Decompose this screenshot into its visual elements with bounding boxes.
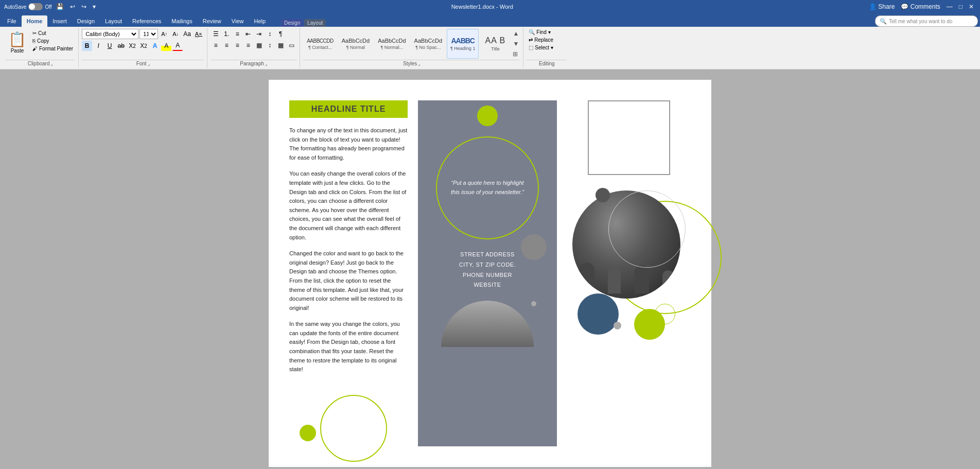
find-button[interactable]: 🔍 Find ▾ — [527, 29, 552, 36]
font-shrink-button[interactable]: A↓ — [170, 29, 181, 39]
multilevel-button[interactable]: ≡ — [232, 29, 242, 39]
clipboard-label: Clipboard ⌟ — [5, 60, 75, 67]
tab-file[interactable]: File — [2, 15, 22, 27]
font-row-2: B I U ab X2 X2 A A A — [82, 41, 183, 51]
column-button[interactable]: ▦ — [254, 40, 264, 50]
copy-button[interactable]: ⎘ Copy — [30, 38, 75, 44]
bullets-button[interactable]: ☰ — [211, 29, 221, 39]
style-item-contacts[interactable]: AABBCCDD ¶ Contact... — [303, 29, 337, 59]
align-left-button[interactable]: ≡ — [211, 40, 221, 50]
tell-me-search[interactable]: 🔍 Tell me what you want to do — [875, 15, 978, 27]
body-paragraph-1[interactable]: To change any of the text in this docume… — [289, 126, 408, 162]
font-color-button[interactable]: A — [172, 41, 183, 51]
justify-button[interactable]: ≡ — [243, 40, 253, 50]
center-image-bg — [441, 301, 534, 347]
address-line-3: PHONE NUMBER — [426, 270, 549, 281]
text-highlight-button[interactable]: A — [161, 41, 171, 51]
change-case-button[interactable]: Aa — [182, 29, 192, 39]
sort-button[interactable]: ↕ — [265, 29, 275, 39]
align-right-button[interactable]: ≡ — [232, 40, 242, 50]
style-item-title[interactable]: AA B Title — [480, 29, 511, 59]
subscript-button[interactable]: X2 — [127, 41, 137, 51]
quote-circle: “Put a quote here to highlight this issu… — [436, 136, 539, 239]
tab-help[interactable]: Help — [249, 15, 271, 27]
body-paragraph-3[interactable]: Changed the color and want to go back to… — [289, 249, 408, 312]
styles-gallery: AABBCCDD ¶ Contact... AaBbCcDd ¶ Normal … — [303, 29, 520, 59]
customize-qa-button[interactable]: ▾ — [91, 2, 98, 11]
clear-formatting-button[interactable]: A✕ — [194, 29, 204, 39]
style-item-no-space[interactable]: AaBbCcDd ¶ No Spac... — [411, 29, 446, 59]
app-top-bar: AutoSave Off 💾 ↩ ↪ ▾ Newsletter1.docx - … — [0, 0, 980, 13]
font-controls: Calibri (Body) 11 A↑ A↓ Aa A✕ B I U ab X… — [82, 29, 204, 59]
undo-button[interactable]: ↩ — [68, 2, 77, 11]
font-grow-button[interactable]: A↑ — [159, 29, 169, 39]
border-button[interactable]: ▭ — [286, 40, 296, 50]
window-title: Newsletter1.docx - Word — [100, 4, 865, 10]
headline-title[interactable]: HEADLINE TITLE — [289, 100, 408, 118]
font-row-1: Calibri (Body) 11 A↑ A↓ Aa A✕ — [82, 29, 204, 39]
redo-button[interactable]: ↪ — [79, 2, 89, 11]
strikethrough-button[interactable]: ab — [116, 41, 126, 51]
font-group: Calibri (Body) 11 A↑ A↓ Aa A✕ B I U ab X… — [79, 28, 207, 68]
shading-button[interactable]: ▦ — [275, 40, 286, 50]
increase-indent-button[interactable]: ⇥ — [254, 29, 264, 39]
comments-button[interactable]: 💬 Comments — [899, 2, 942, 11]
cut-button[interactable]: ✂ Cut — [30, 30, 75, 37]
text-effects-button[interactable]: A — [150, 41, 160, 51]
close-button[interactable]: ✕ — [967, 2, 976, 11]
align-center-button[interactable]: ≡ — [221, 40, 232, 50]
underline-button[interactable]: U — [104, 41, 115, 51]
comment-icon: 💬 — [901, 3, 908, 10]
paste-button[interactable]: 📋 Paste — [5, 29, 29, 56]
show-hide-button[interactable]: ¶ — [275, 29, 286, 39]
save-button[interactable]: 💾 — [54, 2, 66, 11]
maximize-button[interactable]: □ — [957, 2, 965, 11]
decrease-indent-button[interactable]: ⇤ — [243, 29, 253, 39]
autosave-toggle[interactable] — [28, 3, 43, 10]
font-expand-icon[interactable]: ⌟ — [148, 61, 150, 66]
body-paragraph-4[interactable]: In the same way you change the colors, y… — [289, 320, 408, 374]
minimize-button[interactable]: — — [944, 2, 955, 11]
style-label-normal: ¶ Normal — [346, 45, 365, 50]
tab-references[interactable]: References — [127, 15, 166, 27]
tab-home[interactable]: Home — [22, 15, 48, 27]
style-item-no-spacing[interactable]: AaBbCcDd ¶ Normal... — [374, 29, 409, 59]
numbering-button[interactable]: 1. — [221, 29, 232, 39]
body-paragraph-2[interactable]: You can easily change the overall colors… — [289, 169, 408, 242]
bold-button[interactable]: B — [82, 41, 92, 51]
format-painter-button[interactable]: 🖌 Format Painter — [30, 45, 75, 52]
tab-context-layout[interactable]: Layout — [304, 19, 326, 27]
font-name-select[interactable]: Calibri (Body) — [82, 29, 138, 39]
paragraph-label: Paragraph ⌟ — [211, 60, 296, 67]
style-item-heading1[interactable]: AABBC ¶ Heading 1 — [447, 29, 479, 59]
line-spacing-button[interactable]: ↕ — [265, 40, 275, 50]
italic-button[interactable]: I — [93, 41, 103, 51]
paragraph-expand-icon[interactable]: ⌟ — [265, 61, 267, 66]
tab-context-design[interactable]: Design — [281, 19, 303, 27]
tab-mailings[interactable]: Mailings — [166, 15, 197, 27]
tab-insert[interactable]: Insert — [47, 15, 72, 27]
tab-design[interactable]: Design — [72, 15, 100, 27]
document-canvas: HEADLINE TITLE To change any of the text… — [269, 80, 711, 467]
superscript-button[interactable]: X2 — [138, 41, 149, 51]
font-size-select[interactable]: 11 — [139, 29, 158, 39]
share-button[interactable]: 👤 Share — [867, 2, 897, 11]
green-small-circle — [300, 425, 316, 441]
style-label-heading1: ¶ Heading 1 — [450, 46, 475, 51]
styles-expand[interactable]: ⊞ — [512, 49, 520, 59]
quote-text[interactable]: “Put a quote here to highlight this issu… — [447, 179, 528, 197]
paragraph-controls: ☰ 1. ≡ ⇤ ⇥ ↕ ¶ ≡ ≡ ≡ ≡ ▦ ↕ ▦ ▭ — [211, 29, 296, 59]
replace-button[interactable]: ⇄ Replace — [527, 37, 555, 43]
styles-expand-icon[interactable]: ⌟ — [418, 61, 420, 66]
person-silhouette-3 — [635, 265, 649, 293]
clipboard-expand-icon[interactable]: ⌟ — [50, 61, 52, 66]
tab-review[interactable]: Review — [198, 15, 226, 27]
style-item-normal[interactable]: AaBbCcDd ¶ Normal — [338, 29, 373, 59]
tab-view[interactable]: View — [226, 15, 249, 27]
tab-layout[interactable]: Layout — [100, 15, 127, 27]
styles-scroll-up[interactable]: ▲ — [512, 29, 520, 38]
gray-circle-mid — [521, 234, 547, 260]
green-circle-top — [477, 106, 498, 126]
select-button[interactable]: ⬚ Select ▾ — [527, 44, 555, 51]
styles-scroll-down[interactable]: ▼ — [512, 39, 520, 48]
